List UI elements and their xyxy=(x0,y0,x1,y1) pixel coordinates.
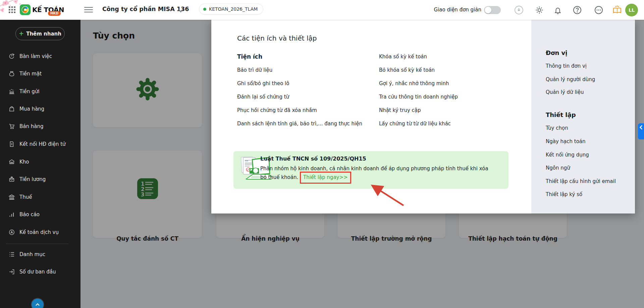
notice-text: Phân nhóm hộ kinh doanh, cá nhân kinh do… xyxy=(260,166,488,180)
utility-link[interactable]: Bỏ khóa sổ kỳ kế toán xyxy=(379,63,458,77)
sidebar-item-label: Số dư ban đầu xyxy=(19,269,56,275)
tips-button[interactable] xyxy=(611,4,623,16)
chevron-down-icon[interactable] xyxy=(178,8,184,14)
chevron-up-icon xyxy=(35,302,40,307)
settings-button[interactable] xyxy=(533,4,545,16)
sidebar-item-sales[interactable]: Bán hàng xyxy=(0,120,80,132)
utility-link[interactable]: Bảo trì dữ liệu xyxy=(237,63,362,77)
utility-link[interactable]: Tra cứu thông tin doanh nghiệp xyxy=(379,90,458,104)
unit-link[interactable]: Quản lý người dùng xyxy=(546,74,595,84)
simple-ui-label: Giao diện đơn giản xyxy=(429,7,481,13)
sidebar-item-purchase[interactable]: Mua hàng xyxy=(0,103,80,115)
more-icon xyxy=(594,5,603,15)
settings-link[interactable]: Kết nối ứng dụng xyxy=(546,150,589,160)
e-invoice-icon xyxy=(8,141,15,147)
sidebar-item-catalog[interactable]: Danh mục xyxy=(0,248,80,260)
purchase-bag-icon xyxy=(8,106,15,112)
unit-link[interactable]: Quản lý dữ liệu xyxy=(546,87,584,97)
sidebar-item-label: Bán hàng xyxy=(19,123,43,129)
sidebar-item-label: Kho xyxy=(19,159,29,165)
sidebar-item-reports[interactable]: Báo cáo xyxy=(0,208,80,221)
utility-link[interactable]: Đánh lại số chứng từ xyxy=(237,90,362,104)
notice-title: Luật Thuế TNCN số 109/2025/QH15 xyxy=(260,156,366,162)
quick-add-button[interactable]: + Thêm nhanh xyxy=(15,27,65,40)
cash-icon xyxy=(8,70,15,77)
utility-link[interactable]: Phục hồi chứng từ đã xóa nhầm xyxy=(237,104,362,117)
sidebar-divider xyxy=(6,244,68,244)
utility-link[interactable]: Ghi sổ/bỏ ghi theo lô xyxy=(237,77,362,90)
utility-link[interactable]: Nhật ký truy cập xyxy=(379,104,458,117)
download-button[interactable] xyxy=(513,4,525,16)
sidebar-item-label: Danh mục xyxy=(19,251,45,257)
sidebar-item-label: Thuế xyxy=(19,194,32,200)
sidebar: + Thêm nhanh Bàn làm việc Tiền mặt Tiền … xyxy=(0,20,80,308)
utilities-settings-modal: Các tiện ích và thiết lập Tiện ích Bảo t… xyxy=(211,20,635,213)
hamburger-menu-icon[interactable] xyxy=(84,5,95,14)
report-icon xyxy=(8,211,15,218)
annotation-red-box: Thiết lập ngay>> xyxy=(300,172,351,184)
sidebar-item-cash[interactable]: Tiền mặt xyxy=(0,68,80,80)
app-grid-icon[interactable] xyxy=(8,6,16,14)
notice-body: Phân nhóm hộ kinh doanh, cá nhân kinh do… xyxy=(260,165,495,182)
utility-link[interactable]: Khóa sổ kỳ kế toán xyxy=(379,50,458,63)
utilities-column-1: Tiện ích Bảo trì dữ liệu Ghi sổ/bỏ ghi t… xyxy=(237,50,362,130)
modal-title: Các tiện ích và thiết lập xyxy=(237,34,317,42)
modal-right-panel: Đơn vị Thông tin đơn vị Quản lý người dù… xyxy=(531,20,635,213)
sidebar-item-label: Báo cáo xyxy=(19,211,40,218)
sidebar-item-einvoice[interactable]: Kết nối HĐ điện tử xyxy=(0,138,80,150)
sidebar-item-tax[interactable]: Thuế xyxy=(0,191,80,203)
more-button[interactable] xyxy=(593,4,605,16)
sidebar-item-opening-balance[interactable]: Số dư ban đầu xyxy=(0,266,80,278)
utility-link[interactable]: Lấy chứng từ từ dữ liệu khác xyxy=(379,117,458,130)
sidebar-item-service-accounting[interactable]: Kế toán dịch vụ xyxy=(0,226,80,238)
plus-icon: + xyxy=(19,30,24,37)
unit-link[interactable]: Thông tin đơn vị xyxy=(546,61,587,71)
status-dot xyxy=(203,8,206,11)
utility-link[interactable]: Danh sách lệnh tính giá, bảo trì,... đan… xyxy=(237,117,362,130)
gear-icon xyxy=(535,5,544,15)
help-icon xyxy=(573,5,582,15)
payroll-icon xyxy=(8,176,15,183)
sales-cart-icon xyxy=(8,123,15,130)
settings-link[interactable]: Ngày hạch toán xyxy=(546,136,586,146)
unit-heading: Đơn vị xyxy=(546,48,567,58)
app: Tùy chọn Tùy chọn chung 123 xyxy=(0,0,644,308)
settings-heading: Thiết lập xyxy=(546,110,576,120)
settings-link[interactable]: Thiết lập ký số xyxy=(546,189,582,199)
service-accounting-icon xyxy=(8,229,15,236)
help-button[interactable] xyxy=(571,4,583,16)
notifications-button[interactable] xyxy=(552,4,564,16)
tax-icon xyxy=(8,194,15,200)
settings-link[interactable]: Thiết lập cấu hình gửi email xyxy=(546,176,616,186)
opening-balance-icon xyxy=(8,268,15,275)
sidebar-item-dashboard[interactable]: Bàn làm việc xyxy=(0,50,80,62)
sidebar-item-label: Tiền lương xyxy=(19,176,46,182)
tips-icon xyxy=(612,5,622,15)
sidebar-item-deposit[interactable]: Tiền gửi xyxy=(0,85,80,98)
company-selector[interactable]: Công ty cổ phần MISA 136 xyxy=(102,6,189,12)
utilities-heading: Tiện ích xyxy=(237,50,362,63)
sidebar-item-label: Kế toán dịch vụ xyxy=(19,229,59,235)
settings-link[interactable]: Ngôn ngữ xyxy=(546,163,570,173)
panel-collapse-tab[interactable] xyxy=(638,123,644,139)
catalog-icon xyxy=(8,251,15,258)
misa-logo xyxy=(20,4,31,16)
simple-ui-toggle[interactable] xyxy=(484,6,501,14)
utility-link[interactable]: Gợi ý, nhắc nhở thông minh xyxy=(379,77,458,90)
sidebar-item-label: Kết nối HĐ điện tử xyxy=(19,141,66,147)
sidebar-item-payroll[interactable]: Tiền lương xyxy=(0,173,80,185)
settings-link[interactable]: Tùy chọn xyxy=(546,123,568,133)
download-icon xyxy=(514,5,524,15)
sidebar-collapse-button[interactable] xyxy=(31,298,44,308)
workspace-name: KETOAN_2026_TLAM xyxy=(209,6,258,12)
setup-now-link[interactable]: Thiết lập ngay>> xyxy=(303,174,348,180)
chevron-left-icon xyxy=(639,125,643,130)
sidebar-item-warehouse[interactable]: Kho xyxy=(0,156,80,168)
bank-deposit-icon xyxy=(8,88,15,95)
workspace-badge[interactable]: KETOAN_2026_TLAM xyxy=(199,4,263,14)
dashboard-icon xyxy=(8,53,15,60)
bell-icon xyxy=(553,5,562,15)
sidebar-item-label: Bàn làm việc xyxy=(19,53,52,59)
avatar[interactable]: LL xyxy=(625,4,638,16)
header: KẾ TOÁN HKD Công ty cổ phần MISA 136 KET… xyxy=(0,0,644,20)
